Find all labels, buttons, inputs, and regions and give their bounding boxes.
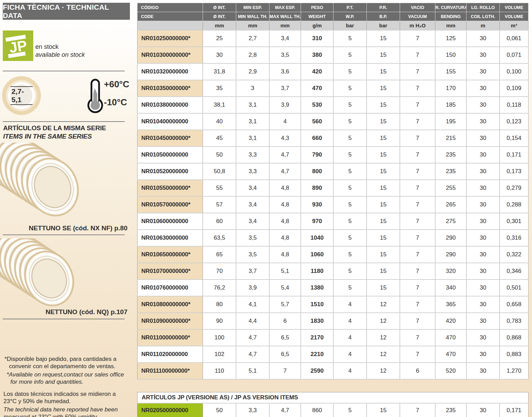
value-cell: 30 [467,196,500,213]
value-cell: 3,7 [269,80,301,97]
value-cell: 7 [400,30,435,47]
value-cell: 1380 [301,280,334,296]
value-cell: 2170 [301,329,334,346]
value-cell: 30 [467,97,500,113]
value-cell: 660 [301,130,334,147]
value-cell: 30 [467,263,500,280]
value-cell: 7 [400,403,435,417]
value-cell: 420 [301,63,334,80]
value-cell: 65 [203,246,236,263]
table-row: NR010650000000*653,54,810605157290300,32… [138,246,529,263]
value-cell: 30 [467,80,500,97]
value-cell: 3,5 [236,246,269,263]
value-cell: 470 [435,329,467,346]
value-cell: 0,883 [500,346,529,363]
value-cell: 0,658 [500,296,529,313]
value-cell: 7 [400,180,435,196]
code-cell: NR010320000000 [138,63,203,80]
header-cell: MAX WALL TH. [269,12,301,21]
value-cell: 15 [367,403,400,417]
code-cell: NR010600000000 [138,213,203,230]
value-cell: 290 [435,230,467,246]
value-cell: 30 [203,47,236,63]
header-cell: PESO [301,3,334,12]
code-cell: NR010350000000* [138,80,203,97]
code-cell: NR011100000000* [138,363,203,379]
value-cell: 2,9 [236,63,269,80]
value-cell: 5 [334,180,367,196]
table-row: NR010800000000*804,15,715104127365300,65… [138,296,529,313]
value-cell: 110 [203,363,236,379]
value-cell: 50 [203,403,236,417]
unit-cell: mm [236,21,269,30]
value-cell: 470 [435,346,467,363]
value-cell: 560 [301,113,334,130]
value-cell: 15 [367,97,400,113]
value-cell: 30 [467,246,500,263]
value-cell: 30 [467,180,500,196]
code-cell: NR010570000000* [138,196,203,213]
value-cell: 5 [334,80,367,97]
value-cell: 7 [400,163,435,180]
series-title: ARTÍCULOS DE LA MISMA SERIE ITEMS IN THE… [3,124,106,141]
value-cell: 7 [400,346,435,363]
footnote-conditions-en: The technical data here reported have be… [3,406,130,417]
value-cell: 6,5 [269,329,301,346]
code-cell: NR010760000000 [138,280,203,296]
value-cell: 15 [367,47,400,63]
value-cell: 235 [435,147,467,163]
table-row: NR011100000000*1105,1725904126520301,270 [138,363,529,379]
unit-cell: m [467,21,500,30]
value-cell: 4,8 [269,213,301,230]
unit-cell [138,21,203,30]
table-row: NR01076000000076,23,95,413805157340300,5… [138,280,529,296]
value-cell: 30 [467,130,500,147]
value-cell: 30 [467,30,500,47]
datasheet-page: { "left_panel": { "title": "FICHA TÈCNIC… [0,0,532,417]
value-cell: 4,8 [269,180,301,196]
value-cell: 4 [269,113,301,130]
value-cell: 15 [367,113,400,130]
value-cell: 5 [334,403,367,417]
value-cell: 215 [435,130,467,147]
value-cell: 0,301 [500,213,529,230]
code-cell: NR010520000000 [138,163,203,180]
header-cell: W.P. [334,12,367,21]
value-cell: 5 [334,196,367,213]
value-cell: 15 [367,196,400,213]
value-cell: 12 [367,346,400,363]
value-cell: 5 [334,97,367,113]
value-cell: 150 [435,47,467,63]
value-cell: 1180 [301,263,334,280]
value-cell: 30 [467,47,500,63]
header-cell: P.R. [367,3,400,12]
value-cell: 125 [435,30,467,47]
header-cell: VOLUME [500,12,529,21]
value-cell: 7 [400,130,435,147]
value-cell: 25 [203,30,236,47]
value-cell: 12 [367,313,400,329]
value-cell: 520 [435,363,467,379]
value-cell: 30 [467,346,500,363]
table-row: NR0110200000001024,76,522104127470300,88… [138,346,529,363]
value-cell: 2,8 [236,47,269,63]
value-cell: 0,118 [500,97,529,113]
value-cell: 2590 [301,363,334,379]
value-cell: 15 [367,63,400,80]
value-cell: 2,7 [236,30,269,47]
code-cell: NR010550000000* [138,180,203,196]
value-cell: 3,7 [236,263,269,280]
main-table-head: CÓDIGOØ INT.MIN ESP.MAX ESP.PESOP.T.P.R.… [138,3,529,30]
unit-cell: g/m [301,21,334,30]
value-cell: 4,8 [269,246,301,263]
header-cell: LG. ROLLO [467,3,500,12]
value-cell: 15 [367,213,400,230]
as-table-title-row: ARTÍCULOS JP (VERSIONE AS) / JP AS VERSI… [138,392,529,403]
value-cell: 860 [301,403,334,417]
value-cell: 30 [467,403,500,417]
as-table-title: ARTÍCULOS JP (VERSIONE AS) / JP AS VERSI… [138,392,529,403]
header-cell: P.T. [334,3,367,12]
value-cell: 4,7 [236,329,269,346]
value-cell: 170 [435,80,467,97]
value-cell: 320 [435,263,467,280]
